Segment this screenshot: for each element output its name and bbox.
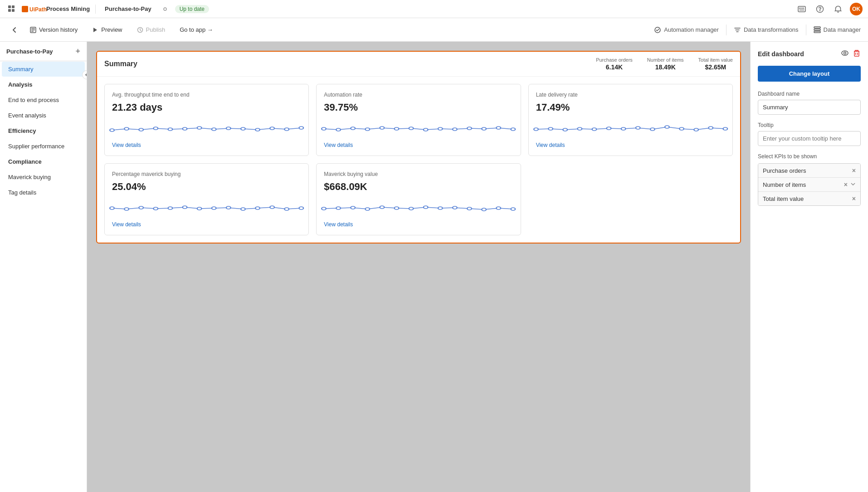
kpi-tag-total-item-value-label: Total item value xyxy=(763,195,804,202)
preview-button[interactable]: Preview xyxy=(86,24,128,36)
metric-late-delivery-label: Late delivery rate xyxy=(536,92,725,98)
sidebar-item-event-analysis[interactable]: Event analysis xyxy=(2,108,85,123)
svg-point-13 xyxy=(820,10,820,11)
sidebar-item-summary[interactable]: Summary xyxy=(2,62,85,77)
metric-automation-view-details[interactable]: View details xyxy=(324,142,353,148)
kpi-tag-number-of-items: Number of items × xyxy=(758,178,860,192)
metric-late-delivery-view-details[interactable]: View details xyxy=(536,142,565,148)
notifications-icon[interactable] xyxy=(832,3,844,15)
svg-point-77 xyxy=(270,206,274,209)
help-icon[interactable] xyxy=(814,3,826,15)
app-name: Process Mining xyxy=(46,5,90,12)
svg-point-37 xyxy=(299,127,304,129)
svg-point-31 xyxy=(212,128,216,131)
data-manager-button[interactable]: Data manager xyxy=(814,26,861,34)
svg-point-27 xyxy=(153,127,158,130)
sidebar-header: Purchase-to-Pay + xyxy=(0,42,87,61)
delete-icon[interactable] xyxy=(853,49,861,58)
sidebar-item-compliance[interactable]: Compliance xyxy=(2,154,85,169)
kpi-number-of-items-value: 18.49K xyxy=(647,63,684,71)
sidebar-item-end-to-end[interactable]: End to end process xyxy=(2,93,85,107)
metric-automation-value: 39.75% xyxy=(324,102,513,113)
sidebar-add-button[interactable]: + xyxy=(75,47,80,55)
metric-maverick-val-view-details[interactable]: View details xyxy=(324,221,353,228)
kpi-tag-purchase-orders-remove[interactable]: × xyxy=(852,167,856,174)
kpi-tag-number-of-items-remove[interactable]: × xyxy=(844,181,848,188)
right-panel-header: Edit dashboard xyxy=(758,49,861,58)
metric-throughput-sparkline xyxy=(112,119,301,137)
svg-point-58 xyxy=(621,127,625,130)
dashboard-header: Summary Purchase orders 6.14K Number of … xyxy=(97,52,740,77)
svg-point-72 xyxy=(197,207,202,210)
apps-icon[interactable] xyxy=(5,3,18,15)
kpi-tag-purchase-orders-label: Purchase orders xyxy=(763,167,806,174)
dashboard-title: Summary xyxy=(104,60,596,68)
svg-point-66 xyxy=(110,207,114,209)
svg-point-67 xyxy=(124,208,129,210)
tooltip-input[interactable] xyxy=(758,131,861,146)
sidebar-item-supplier-performance[interactable]: Supplier performance xyxy=(2,139,85,154)
data-transformations-button[interactable]: Data transformations xyxy=(734,26,799,34)
svg-point-42 xyxy=(380,127,385,129)
metric-card-throughput: Avg. throughput time end to end 21.23 da… xyxy=(104,84,309,156)
dashboard-content: Avg. throughput time end to end 21.23 da… xyxy=(97,77,740,243)
svg-point-45 xyxy=(424,128,428,131)
sidebar-item-tag-details[interactable]: Tag details xyxy=(2,185,85,200)
svg-point-48 xyxy=(468,127,472,130)
toolbar-left: Version history Preview Publish Go to ap… xyxy=(7,23,652,37)
dashboard-name-input[interactable] xyxy=(758,100,861,115)
kpi-tag-total-item-value-remove[interactable]: × xyxy=(852,195,856,202)
metric-maverick-pct-view-details[interactable]: View details xyxy=(112,221,141,228)
svg-point-78 xyxy=(284,208,289,210)
publish-button[interactable]: Publish xyxy=(131,24,172,36)
sidebar-item-analysis[interactable]: Analysis xyxy=(2,77,85,92)
svg-point-76 xyxy=(255,207,260,209)
kpi-total-item-value: Total item value $2.65M xyxy=(698,57,733,71)
avatar[interactable]: OK xyxy=(850,3,863,15)
svg-point-36 xyxy=(284,128,289,131)
svg-point-56 xyxy=(592,128,596,131)
kpi-total-item-value-label: Total item value xyxy=(698,57,733,63)
svg-point-73 xyxy=(212,207,216,209)
automation-manager-button[interactable]: Automation manager xyxy=(654,26,719,34)
change-layout-button[interactable]: Change layout xyxy=(758,66,861,82)
kpi-tag-purchase-orders: Purchase orders × xyxy=(758,164,860,178)
version-history-button[interactable]: Version history xyxy=(24,24,84,36)
metric-maverick-val-sparkline xyxy=(324,198,513,216)
kpi-purchase-orders: Purchase orders 6.14K xyxy=(596,57,633,71)
svg-point-43 xyxy=(395,127,399,130)
svg-point-85 xyxy=(395,207,399,209)
svg-point-61 xyxy=(665,126,669,128)
top-bar-left: UiPath Process Mining Purchase-to-Pay Up… xyxy=(5,3,792,15)
svg-point-87 xyxy=(424,206,428,209)
svg-point-84 xyxy=(380,206,385,209)
go-to-app-button[interactable]: Go to app → xyxy=(173,24,219,36)
kpi-tag-total-item-value: Total item value × xyxy=(758,192,860,205)
toolbar: Version history Preview Publish Go to ap… xyxy=(0,18,868,42)
metric-maverick-pct-value: 25.04% xyxy=(112,181,301,193)
settings-icon[interactable] xyxy=(159,3,171,15)
svg-point-71 xyxy=(183,206,187,209)
metric-late-delivery-sparkline xyxy=(536,119,725,137)
back-button[interactable] xyxy=(7,23,22,37)
svg-point-83 xyxy=(366,208,370,210)
keyboard-icon[interactable] xyxy=(795,3,808,15)
metric-card-automation: Automation rate 39.75% xyxy=(316,84,521,156)
svg-rect-0 xyxy=(8,5,11,8)
svg-point-57 xyxy=(606,127,611,130)
sidebar-item-efficiency[interactable]: Efficiency xyxy=(2,123,85,138)
metric-card-maverick-pct: Percentage maverick buying 25.04% xyxy=(104,163,309,235)
metric-throughput-view-details[interactable]: View details xyxy=(112,142,141,148)
svg-rect-23 xyxy=(814,31,820,33)
svg-point-47 xyxy=(453,128,457,131)
preview-eye-icon[interactable] xyxy=(841,49,849,58)
main-layout: Purchase-to-Pay + Summary Analysis End t… xyxy=(0,42,868,492)
svg-point-44 xyxy=(409,127,414,130)
sidebar-nav: Summary Analysis End to end process Even… xyxy=(0,61,87,492)
svg-point-80 xyxy=(322,207,327,210)
kpi-tag-number-of-items-expand[interactable] xyxy=(850,181,856,188)
sidebar-title: Purchase-to-Pay xyxy=(6,48,53,55)
metric-maverick-pct-sparkline xyxy=(112,198,301,216)
kpi-purchase-orders-value: 6.14K xyxy=(596,63,633,71)
sidebar-item-maverick-buying[interactable]: Maverick buying xyxy=(2,170,85,185)
